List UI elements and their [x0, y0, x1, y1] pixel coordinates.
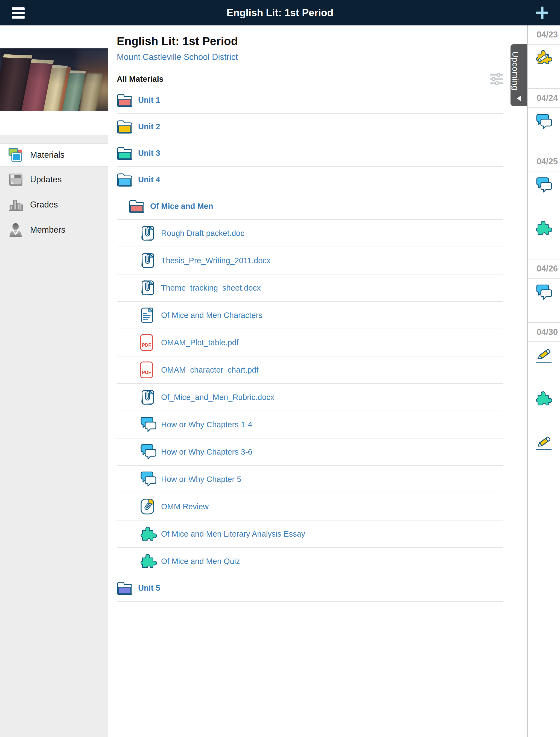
discussion-bubbles-icon	[140, 471, 157, 487]
quiz-puzzle-pencil-icon	[535, 50, 553, 66]
materials-item-label: Of Mice and Men Characters	[161, 311, 263, 320]
materials-item-label: How or Why Chapters 1-4	[161, 420, 252, 429]
course-sidebar: Materials Updates	[0, 25, 108, 737]
upcoming-tab-label: Upcoming	[511, 49, 527, 93]
updates-icon	[8, 173, 24, 187]
materials-item-row[interactable]: PDFOMAM_character_chart.pdf	[117, 357, 503, 384]
materials-item-label: Of_Mice_and_Men_Rubric.docx	[161, 393, 274, 402]
sidebar-item-label: Updates	[30, 175, 62, 185]
materials-item-row[interactable]: Of_Mice_and_Men_Rubric.docx	[117, 384, 503, 411]
materials-item-label: Unit 3	[138, 149, 160, 158]
materials-item-label: Of Mice and Men Quiz	[161, 557, 240, 566]
materials-item-label: Theme_tracking_sheet.docx	[161, 284, 261, 293]
materials-item-label: Unit 1	[138, 96, 160, 105]
materials-folder-row[interactable]: Unit 5	[117, 575, 503, 602]
materials-item-row[interactable]: How or Why Chapters 1-4	[117, 411, 503, 438]
district-link[interactable]: Mount Castleville School District	[117, 52, 503, 62]
upcoming-date-label: 04/25	[528, 152, 560, 171]
upcoming-date-section: 04/25	[528, 152, 560, 259]
sidebar-item-grades[interactable]: Grades	[0, 192, 108, 217]
folder-icon	[117, 581, 134, 595]
assessment-puzzle-icon	[140, 554, 157, 569]
materials-item-label: Rough Draft packet.doc	[161, 229, 244, 238]
materials-item-row[interactable]: Thesis_Pre_Writing_2011.docx	[117, 247, 503, 275]
test-pencil-icon	[535, 435, 552, 452]
discussion-bubbles-icon	[140, 444, 157, 460]
materials-item-label: How or Why Chapter 5	[161, 475, 241, 484]
upcoming-date-label: 04/24	[528, 89, 560, 108]
text-page-icon	[140, 307, 157, 324]
upcoming-event[interactable]	[528, 386, 560, 429]
discussion-bubbles-icon	[535, 177, 552, 194]
document-paperclip-icon	[140, 225, 157, 242]
grades-icon	[8, 198, 24, 212]
materials-item-row[interactable]: PDFOMAM_Plot_table.pdf	[117, 329, 503, 357]
upcoming-tab[interactable]: Upcoming	[511, 44, 527, 106]
pdf-file-icon: PDF	[140, 361, 157, 378]
materials-item-label: OMM Review	[161, 502, 209, 511]
upcoming-date-section: 04/30	[528, 322, 560, 473]
upcoming-date-section: 04/24	[528, 88, 560, 152]
upcoming-event[interactable]	[528, 215, 560, 259]
materials-item-label: OMAM_character_chart.pdf	[161, 366, 258, 374]
sidebar-item-label: Grades	[30, 200, 58, 210]
materials-folder-row[interactable]: Unit 2	[117, 114, 503, 140]
upcoming-date-label: 04/23	[528, 25, 560, 45]
materials-item-row[interactable]: Theme_tracking_sheet.docx	[117, 275, 503, 302]
sidebar-item-label: Materials	[30, 150, 65, 160]
materials-folder-row[interactable]: Unit 1	[117, 87, 503, 114]
discussion-bubbles-icon	[535, 113, 552, 131]
materials-item-label: Unit 4	[138, 175, 160, 184]
app-title: English Lit: 1st Period	[0, 0, 560, 25]
sidebar-item-members[interactable]: Members	[0, 217, 108, 243]
sidebar-item-updates[interactable]: Updates	[0, 167, 108, 192]
filter-sliders-icon[interactable]	[490, 73, 503, 85]
assessment-puzzle-icon	[535, 221, 553, 237]
upcoming-date-section: 04/26	[528, 259, 560, 322]
materials-item-row[interactable]: Rough Draft packet.doc	[117, 220, 503, 247]
materials-item-label: OMAM_Plot_table.pdf	[161, 338, 239, 347]
upcoming-event[interactable]	[528, 171, 560, 215]
plus-icon[interactable]	[536, 7, 548, 19]
folder-icon	[117, 93, 134, 107]
materials-item-row[interactable]: OMM Review	[117, 493, 503, 520]
sidebar-item-materials[interactable]: Materials	[0, 143, 108, 167]
course-title: English Lit: 1st Period	[117, 35, 503, 48]
materials-item-row[interactable]: Of Mice and Men Quiz	[117, 548, 503, 575]
materials-item-row[interactable]: Of Mice and Men Characters	[117, 302, 503, 329]
upcoming-event[interactable]	[528, 45, 560, 88]
sidebar-item-label: Members	[30, 225, 65, 235]
discussion-bubbles-icon	[535, 284, 552, 302]
folder-icon	[117, 173, 134, 187]
upcoming-event[interactable]	[528, 429, 560, 473]
materials-item-label: Unit 2	[138, 122, 160, 131]
assessment-puzzle-icon	[535, 391, 553, 407]
course-thumbnail-books-photo	[0, 48, 108, 111]
upcoming-date-label: 04/26	[528, 260, 560, 279]
course-materials-panel: English Lit: 1st Period Mount Castlevill…	[108, 25, 527, 737]
upcoming-date-section: 04/23	[528, 25, 560, 88]
materials-icon	[8, 148, 24, 162]
materials-item-label: Thesis_Pre_Writing_2011.docx	[161, 256, 270, 265]
assignment-paperclip-icon	[140, 498, 157, 515]
document-paperclip-icon	[140, 252, 157, 269]
folder-icon	[117, 120, 134, 134]
svg-text:PDF: PDF	[142, 343, 151, 348]
upcoming-event[interactable]	[528, 279, 560, 322]
materials-folder-row[interactable]: Unit 3	[117, 140, 503, 167]
document-paperclip-icon	[140, 389, 157, 406]
upcoming-event[interactable]	[528, 342, 560, 386]
materials-item-row[interactable]: How or Why Chapter 5	[117, 466, 503, 493]
sidebar-menu: Materials Updates	[0, 143, 108, 243]
members-icon	[8, 223, 24, 237]
svg-text:PDF: PDF	[142, 370, 151, 375]
materials-folder-row[interactable]: Unit 4	[117, 167, 503, 193]
materials-item-label: How or Why Chapters 3-6	[161, 447, 252, 456]
folder-icon	[117, 146, 134, 161]
materials-folder-row[interactable]: Of Mice and Men	[117, 193, 503, 220]
materials-item-row[interactable]: How or Why Chapters 3-6	[117, 438, 503, 466]
materials-item-row[interactable]: Of Mice and Men Literary Analysis Essay	[117, 520, 503, 548]
upcoming-rail: 04/23 04/24 04/25 04/26 04/30	[527, 25, 560, 737]
upcoming-event[interactable]	[528, 108, 560, 152]
materials-item-label: Of Mice and Men	[150, 202, 213, 211]
